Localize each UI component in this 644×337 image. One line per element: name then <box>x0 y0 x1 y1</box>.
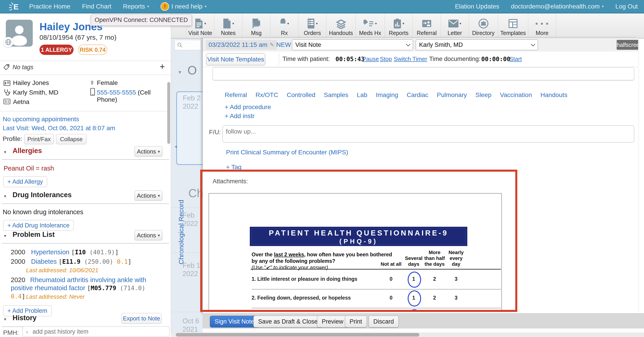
intolerances-actions-button[interactable]: Actions▾ <box>134 190 162 201</box>
problems-actions-button[interactable]: Actions▾ <box>134 230 162 240</box>
link-handouts[interactable]: Handouts <box>540 91 567 99</box>
link-rx-otc[interactable]: Rx/OTC <box>256 91 278 99</box>
nav-account-menu[interactable]: doctordemo@elationhealth.com▾ <box>511 3 604 10</box>
nav-practice-home[interactable]: Practice Home <box>29 3 70 10</box>
patient-insurance: Aetna <box>13 98 29 105</box>
switch-timer-link[interactable]: Switch Timer <box>394 55 427 62</box>
reports-icon <box>393 18 402 29</box>
timeline-item[interactable]: Feb 12022 <box>182 261 200 278</box>
section-collapse-icon[interactable]: ▾ <box>178 69 181 75</box>
toolbar-meds-hx-button[interactable]: ▾ Meds Hx <box>356 13 384 38</box>
collapse-arrow-icon[interactable]: ▾ <box>4 317 6 321</box>
toolbar-letter-button[interactable]: ▾ Letter <box>440 13 469 38</box>
collapse-arrow-icon[interactable]: ▾ <box>4 234 6 238</box>
add-drug-intolerance-button[interactable]: + Add Drug Intolerance <box>3 220 74 231</box>
toolbar-notes-button[interactable]: ▾ Notes <box>214 13 242 38</box>
timeline-item[interactable]: Feb2022 <box>182 211 198 228</box>
allergies-actions-button[interactable]: Actions▾ <box>134 146 162 157</box>
edit-pencil-icon[interactable]: ✎ <box>270 42 274 48</box>
chevron-down-icon: ▾ <box>602 4 604 8</box>
timeline-item[interactable]: Oct 62021 <box>182 317 199 334</box>
procedure-textarea[interactable] <box>212 67 634 80</box>
link-imaging[interactable]: Imaging <box>376 91 398 99</box>
collapse-arrow-icon[interactable]: ▾ <box>4 194 6 198</box>
nav-reports[interactable]: Reports▾ <box>123 3 149 10</box>
risk-badge[interactable]: RISK 0.74 <box>78 44 107 55</box>
stethoscope-icon <box>4 89 10 97</box>
openvpn-tooltip: OpenVPN Connect: CONNECTED <box>91 14 192 26</box>
pmh-input[interactable] <box>22 326 170 337</box>
globe-icon[interactable] <box>3 37 14 47</box>
link-sleep[interactable]: Sleep <box>476 91 492 99</box>
start-timer-link[interactable]: Start <box>510 55 522 62</box>
toolbar-orders-button[interactable]: ▾ Orders <box>298 13 326 38</box>
collapse-arrow-icon[interactable]: ▾ <box>4 150 6 154</box>
nav-log-out[interactable]: Log Out <box>615 3 638 10</box>
sidebar-scrollbar[interactable] <box>167 82 170 144</box>
toolbar-more-button[interactable]: ● ● ● More <box>528 13 556 38</box>
allergy-item[interactable]: Peanut Oil = rash <box>4 165 54 172</box>
time-documenting-label: Time documenting: <box>429 55 480 62</box>
problem-link[interactable]: Diabetes <box>31 258 57 265</box>
horizontal-scrollbar-track[interactable] <box>171 333 644 337</box>
link-pulmonary[interactable]: Pulmonary <box>437 91 467 99</box>
sign-visit-note-button[interactable]: Sign Visit Note <box>210 316 259 327</box>
problem-year: 2000 <box>11 249 25 256</box>
discard-button[interactable]: Discard <box>369 316 399 327</box>
top-nav-bar: E Practice Home Find Chart Reports▾ ! I … <box>0 0 644 13</box>
add-procedure-link[interactable]: + Add procedure <box>225 103 271 111</box>
time-documenting-value: 00:00:00 <box>481 55 510 62</box>
chevron-down-icon: ▾ <box>232 21 234 25</box>
note-date-chip[interactable]: 03/23/2022 11:15 am ✎ <box>206 40 277 50</box>
add-tag-button[interactable]: + <box>160 62 165 72</box>
save-draft-button[interactable]: Save as Draft & Close <box>254 316 322 327</box>
time-with-patient-label: Time with patient: <box>282 55 330 62</box>
note-provider-select[interactable]: Karly Smith, MD <box>416 39 538 50</box>
note-type-select[interactable]: Visit Note <box>292 39 413 50</box>
phone-link[interactable]: 555-555-5555 <box>97 89 136 96</box>
print-button[interactable]: Print <box>345 316 367 327</box>
nav-help[interactable]: ! I need help▾ <box>160 2 206 11</box>
halfscreen-badge[interactable]: halfscreen <box>617 40 638 50</box>
elation-logo-icon[interactable]: E <box>8 1 20 13</box>
visit-note-templates-button[interactable]: Visit Note Templates <box>206 53 265 65</box>
last-visit-link[interactable]: Last Visit: Wed, Oct 06, 2021 at 8:07 am <box>3 125 115 132</box>
toolbar-referral-button[interactable]: Referral <box>412 13 440 38</box>
stop-timer-link[interactable]: Stop <box>380 55 392 62</box>
timeline-item-date: Feb 2 <box>183 94 200 102</box>
link-controlled[interactable]: Controlled <box>287 91 316 99</box>
upcoming-appointments-link[interactable]: No upcoming appointments <box>3 116 79 123</box>
add-allergy-button[interactable]: + Add Allergy <box>3 176 47 187</box>
print-clinical-summary-link[interactable]: Print Clinical Summary of Encounter (MIP… <box>226 149 348 156</box>
timeline-item-selected[interactable]: Feb 22022 <box>176 91 202 165</box>
link-cardiac[interactable]: Cardiac <box>407 91 428 99</box>
collapse-button[interactable]: Collapse <box>56 134 86 144</box>
nav-elation-updates[interactable]: Elation Updates <box>455 3 499 10</box>
toolbar-rx-button[interactable]: ▾ Rx <box>270 13 298 38</box>
allergy-badge[interactable]: 1 ALLERGY <box>40 44 74 55</box>
link-vaccination[interactable]: Vaccination <box>500 91 532 99</box>
chevron-down-icon: ▾ <box>460 21 461 25</box>
toolbar-directory-button[interactable]: Directory <box>469 13 498 38</box>
toolbar-handouts-button[interactable]: Handouts <box>326 13 356 38</box>
export-to-note-button[interactable]: Export to Note <box>121 313 162 324</box>
pause-timer-link[interactable]: Pause <box>362 55 379 62</box>
link-lab[interactable]: Lab <box>357 91 367 99</box>
follow-up-textarea[interactable] <box>222 125 634 142</box>
toolbar-msg-button[interactable]: Msg <box>242 13 270 38</box>
timeline-search-input[interactable] <box>174 40 201 50</box>
print-fax-button[interactable]: Print/Fax <box>24 134 54 144</box>
toolbar-reports-button[interactable]: ▾ Reports <box>384 13 412 38</box>
problem-row: 2000 Diabetes [E11.9 (250.00) 0.1] <box>11 258 166 265</box>
problem-link[interactable]: Hypertension <box>31 249 70 256</box>
preview-button[interactable]: Preview <box>317 316 348 327</box>
add-instr-link[interactable]: + Add instr <box>225 112 254 120</box>
horizontal-scrollbar-thumb[interactable] <box>176 333 419 337</box>
link-samples[interactable]: Samples <box>324 91 348 99</box>
nav-find-chart[interactable]: Find Chart <box>82 3 112 10</box>
link-referral[interactable]: Referral <box>225 91 247 99</box>
no-tags-label: No tags <box>12 64 34 71</box>
toolbar-templates-button[interactable]: Templates <box>498 13 528 38</box>
order-links-row: Referral Rx/OTC Controlled Samples Lab I… <box>225 91 567 99</box>
notes-icon <box>222 18 232 29</box>
